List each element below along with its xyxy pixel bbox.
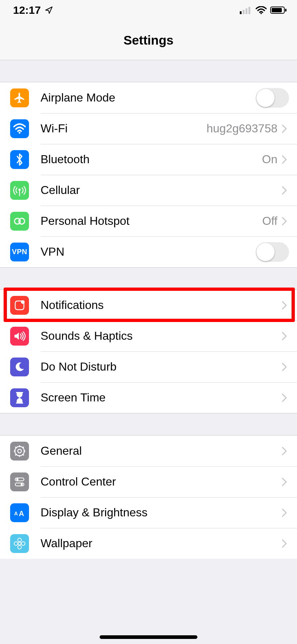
status-bar: 12:17 xyxy=(0,0,297,20)
svg-text:A: A xyxy=(19,509,24,517)
row-label: VPN xyxy=(41,245,256,259)
settings-group-general: General Control Center A A Display & Bri… xyxy=(0,435,297,559)
airplane-icon xyxy=(10,88,29,107)
row-label: Do Not Disturb xyxy=(41,360,282,373)
chevron-right-icon xyxy=(282,124,287,133)
vpn-toggle[interactable] xyxy=(256,242,289,262)
row-airplane-mode[interactable]: Airplane Mode xyxy=(0,82,297,113)
chevron-right-icon xyxy=(282,508,287,517)
row-vpn[interactable]: VPN VPN xyxy=(0,236,297,267)
svg-rect-2 xyxy=(246,8,247,14)
status-time: 12:17 xyxy=(13,4,41,16)
hotspot-status: Off xyxy=(262,214,277,228)
row-control-center[interactable]: Control Center xyxy=(0,466,297,497)
row-label: Cellular xyxy=(41,183,282,197)
page-title: Settings xyxy=(124,33,173,48)
wifi-settings-icon xyxy=(10,119,29,138)
row-label: Personal Hotspot xyxy=(41,214,262,228)
row-label: Wallpaper xyxy=(41,537,282,550)
row-wifi[interactable]: Wi-Fi hug2g693758 xyxy=(0,113,297,144)
svg-point-37 xyxy=(21,542,25,545)
row-label: Screen Time xyxy=(41,391,282,404)
svg-point-4 xyxy=(260,13,262,14)
nav-header: Settings xyxy=(0,20,297,60)
row-personal-hotspot[interactable]: Personal Hotspot Off xyxy=(0,206,297,236)
svg-line-23 xyxy=(15,447,17,448)
notifications-icon xyxy=(10,296,29,315)
svg-rect-3 xyxy=(248,7,250,14)
location-arrow-icon xyxy=(45,6,53,15)
cellular-signal-icon xyxy=(240,6,252,14)
chevron-right-icon xyxy=(282,217,287,226)
row-display-brightness[interactable]: A A Display & Brightness xyxy=(0,497,297,528)
battery-icon xyxy=(270,6,287,14)
row-label: Display & Brightness xyxy=(41,506,282,519)
row-label: Bluetooth xyxy=(41,153,262,166)
svg-point-12 xyxy=(19,218,25,224)
svg-point-28 xyxy=(16,478,18,480)
svg-rect-15 xyxy=(16,392,23,393)
wifi-network-name: hug2g693758 xyxy=(206,122,277,135)
row-notifications[interactable]: Notifications xyxy=(0,290,297,321)
chevron-right-icon xyxy=(282,155,287,164)
wallpaper-icon xyxy=(10,534,29,553)
chevron-right-icon xyxy=(282,539,287,548)
row-do-not-disturb[interactable]: Do Not Disturb xyxy=(0,351,297,382)
svg-point-33 xyxy=(18,542,21,545)
svg-text:A: A xyxy=(14,511,18,516)
svg-point-30 xyxy=(21,483,23,486)
gear-icon xyxy=(10,442,29,461)
moon-icon xyxy=(10,358,29,376)
hourglass-icon xyxy=(10,388,29,407)
svg-rect-6 xyxy=(272,8,282,12)
hotspot-icon xyxy=(10,212,29,231)
chevron-right-icon xyxy=(282,332,287,340)
svg-point-8 xyxy=(19,132,21,133)
cellular-icon xyxy=(10,181,29,200)
row-sounds-haptics[interactable]: Sounds & Haptics xyxy=(0,321,297,351)
vpn-icon: VPN xyxy=(10,243,29,261)
row-cellular[interactable]: Cellular xyxy=(0,175,297,206)
svg-point-18 xyxy=(18,449,21,453)
display-icon: A A xyxy=(10,503,29,522)
row-label: Notifications xyxy=(41,298,282,312)
chevron-right-icon xyxy=(282,301,287,310)
bluetooth-icon xyxy=(10,150,29,169)
airplane-mode-toggle[interactable] xyxy=(256,88,289,108)
svg-point-36 xyxy=(14,542,18,545)
home-indicator[interactable] xyxy=(100,635,197,639)
bluetooth-status: On xyxy=(262,153,277,166)
svg-rect-1 xyxy=(243,10,244,14)
svg-line-24 xyxy=(22,454,24,455)
row-label: Airplane Mode xyxy=(41,91,256,104)
settings-group-connectivity: Airplane Mode Wi-Fi hug2g693758 Bluetoot… xyxy=(0,82,297,268)
svg-line-26 xyxy=(15,454,17,455)
row-bluetooth[interactable]: Bluetooth On xyxy=(0,144,297,175)
svg-point-34 xyxy=(18,538,21,542)
wifi-icon xyxy=(256,6,267,14)
svg-rect-0 xyxy=(240,11,242,14)
row-label: Sounds & Haptics xyxy=(41,329,282,343)
row-label: Wi-Fi xyxy=(41,122,206,135)
svg-rect-16 xyxy=(16,402,23,404)
chevron-right-icon xyxy=(282,186,287,195)
row-screen-time[interactable]: Screen Time xyxy=(0,382,297,413)
row-label: Control Center xyxy=(41,475,282,488)
svg-line-25 xyxy=(22,447,24,448)
chevron-right-icon xyxy=(282,363,287,371)
row-label: General xyxy=(41,444,282,458)
chevron-right-icon xyxy=(282,447,287,455)
settings-group-notifications: Notifications Sounds & Haptics Do Not Di… xyxy=(0,289,297,413)
chevron-right-icon xyxy=(282,478,287,486)
svg-point-14 xyxy=(21,300,25,304)
row-wallpaper[interactable]: Wallpaper xyxy=(0,528,297,559)
row-general[interactable]: General xyxy=(0,435,297,466)
sounds-icon xyxy=(10,327,29,346)
control-center-icon xyxy=(10,472,29,491)
svg-point-35 xyxy=(18,545,21,549)
chevron-right-icon xyxy=(282,393,287,402)
svg-rect-7 xyxy=(285,9,286,12)
